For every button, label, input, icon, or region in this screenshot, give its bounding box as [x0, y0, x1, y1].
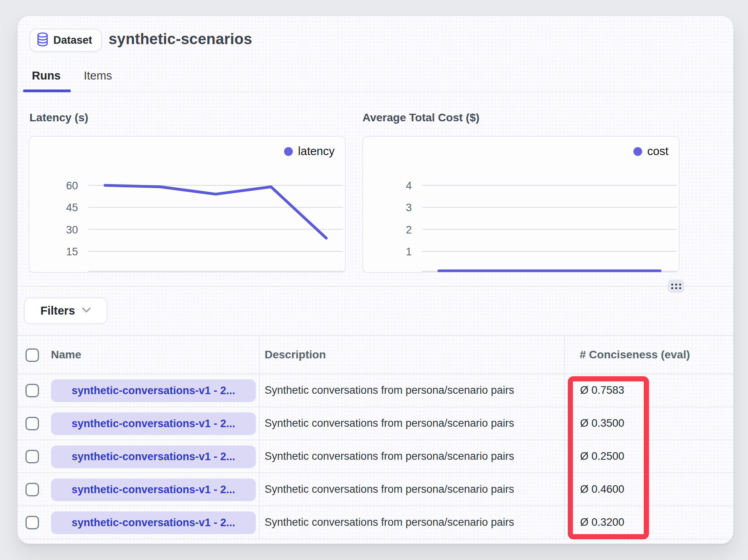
run-name-badge[interactable]: synthetic-conversations-v1 - 2... — [51, 445, 256, 468]
tab-runs[interactable]: Runs — [32, 69, 61, 82]
svg-text:1: 1 — [406, 246, 412, 258]
row-checkbox[interactable] — [25, 417, 39, 430]
legend-dot-icon — [633, 147, 642, 156]
conciseness-value: Ø 0.7583 — [580, 374, 624, 406]
legend-label: latency — [298, 145, 335, 158]
header-divider — [18, 91, 733, 92]
run-description: Synthetic conversations from persona/sce… — [265, 506, 514, 539]
dataset-type-badge: Dataset — [29, 29, 102, 52]
tab-bar: Runs Items — [32, 69, 112, 82]
svg-text:30: 30 — [66, 224, 78, 236]
run-name-badge[interactable]: synthetic-conversations-v1 - 2... — [51, 379, 256, 402]
svg-text:15: 15 — [66, 246, 78, 258]
table-header-row: Name Description # Conciseness (eval) — [18, 335, 733, 374]
table-body: synthetic-conversations-v1 - 2...Synthet… — [18, 374, 733, 539]
run-description: Synthetic conversations from persona/sce… — [265, 374, 514, 406]
column-header-conciseness[interactable]: # Conciseness (eval) — [580, 336, 690, 373]
drag-handle-icon[interactable] — [668, 280, 684, 293]
conciseness-value: Ø 0.2500 — [580, 440, 624, 472]
conciseness-value: Ø 0.3200 — [580, 506, 624, 539]
column-header-name[interactable]: Name — [51, 336, 81, 373]
section-divider — [18, 286, 733, 287]
table-row[interactable]: synthetic-conversations-v1 - 2...Synthet… — [18, 374, 733, 407]
latency-chart-card: 60453015 latency — [29, 136, 346, 273]
svg-text:60: 60 — [66, 180, 78, 192]
active-tab-underline — [23, 89, 71, 92]
row-checkbox[interactable] — [25, 483, 39, 496]
table-row[interactable]: synthetic-conversations-v1 - 2...Synthet… — [18, 506, 733, 539]
svg-text:3: 3 — [406, 202, 412, 214]
select-all-checkbox[interactable] — [25, 348, 39, 362]
database-icon — [37, 32, 49, 48]
run-description: Synthetic conversations from persona/sce… — [265, 473, 514, 506]
filters-label: Filters — [40, 304, 75, 317]
tab-items[interactable]: Items — [84, 69, 112, 82]
page-title: synthetic-scenarios — [109, 31, 252, 48]
run-description: Synthetic conversations from persona/sce… — [265, 407, 514, 439]
dataset-type-label: Dataset — [53, 34, 92, 47]
dataset-card: Dataset synthetic-scenarios Runs Items L… — [18, 16, 733, 544]
cost-chart-card: 4321 cost — [362, 136, 680, 273]
run-name-badge[interactable]: synthetic-conversations-v1 - 2... — [51, 412, 256, 435]
svg-text:4: 4 — [406, 180, 412, 192]
cost-chart-svg: 4321 — [363, 137, 679, 272]
row-checkbox[interactable] — [25, 450, 39, 463]
cost-chart-title: Average Total Cost ($) — [362, 111, 479, 124]
run-description: Synthetic conversations from persona/sce… — [265, 440, 514, 472]
column-divider — [259, 335, 260, 539]
row-checkbox[interactable] — [25, 516, 39, 529]
legend-dot-icon — [284, 147, 293, 156]
table-row[interactable]: synthetic-conversations-v1 - 2...Synthet… — [18, 473, 733, 506]
runs-table: Name Description # Conciseness (eval) sy… — [18, 335, 733, 539]
latency-chart-title: Latency (s) — [29, 111, 88, 124]
legend-label: cost — [647, 145, 668, 158]
conciseness-value: Ø 0.3500 — [580, 407, 624, 439]
run-name-badge[interactable]: synthetic-conversations-v1 - 2... — [51, 511, 256, 534]
svg-text:45: 45 — [66, 202, 78, 214]
table-row[interactable]: synthetic-conversations-v1 - 2...Synthet… — [18, 440, 733, 473]
run-name-badge[interactable]: synthetic-conversations-v1 - 2... — [51, 478, 256, 501]
column-divider — [564, 335, 565, 539]
chevron-down-icon — [82, 307, 91, 315]
filters-button[interactable]: Filters — [24, 298, 107, 324]
svg-text:2: 2 — [406, 224, 412, 236]
latency-legend[interactable]: latency — [284, 145, 335, 158]
cost-legend[interactable]: cost — [633, 145, 668, 158]
column-header-description[interactable]: Description — [265, 336, 326, 373]
row-checkbox[interactable] — [25, 384, 39, 397]
table-row[interactable]: synthetic-conversations-v1 - 2...Synthet… — [18, 407, 733, 440]
conciseness-value: Ø 0.4600 — [580, 473, 624, 506]
